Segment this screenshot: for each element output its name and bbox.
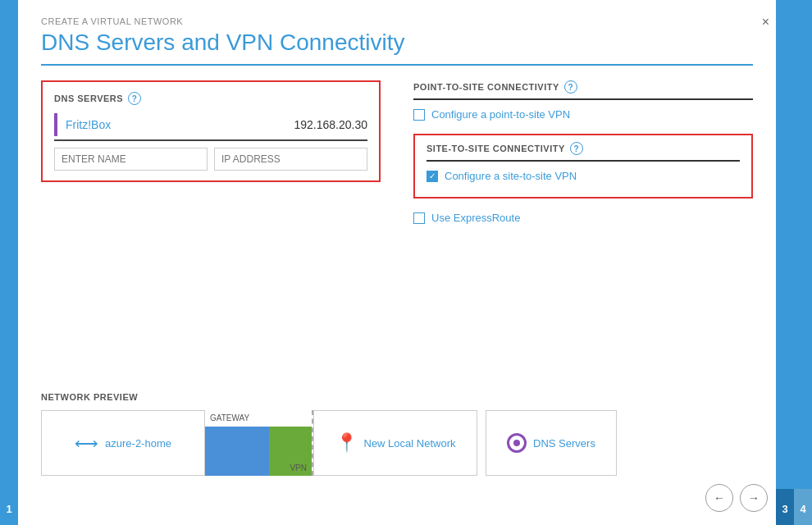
azure-card-name: azure-2-home <box>105 437 171 450</box>
azure-card: ⟷ azure-2-home <box>41 410 205 476</box>
dns-ip-input[interactable] <box>214 148 367 171</box>
dns-servers-box: DNS SERVERS ? Fritz!Box 192.168.20.30 <box>41 80 381 182</box>
dns-marker <box>54 113 57 136</box>
side-number-3: 3 <box>782 503 787 515</box>
dns-servers-preview-card: DNS Servers <box>486 410 617 476</box>
side-number-4: 4 <box>800 503 805 515</box>
dns-servers-preview-name: DNS Servers <box>533 437 595 450</box>
dns-servers-help-icon[interactable]: ? <box>128 92 141 105</box>
preview-cards: ⟷ azure-2-home GATEWAY VPN 📍 New Local N… <box>41 410 753 476</box>
gateway-card: GATEWAY VPN <box>205 410 312 476</box>
express-route-label[interactable]: Use ExpressRoute <box>431 212 520 224</box>
site-to-site-checkbox[interactable] <box>427 171 438 182</box>
site-to-site-checkbox-row: Configure a site-to-site VPN <box>427 170 740 182</box>
side-panel-4: 4 <box>794 489 812 525</box>
network-preview-label: NETWORK PREVIEW <box>41 392 753 402</box>
site-to-site-header: SITE-TO-SITE CONNECTIVITY ? <box>427 142 740 162</box>
gateway-blue <box>205 427 269 476</box>
gateway-label: GATEWAY <box>205 410 254 426</box>
header: CREATE A VIRTUAL NETWORK DNS Servers and… <box>41 0 753 66</box>
express-route-checkbox[interactable] <box>413 212 425 224</box>
site-to-site-section: SITE-TO-SITE CONNECTIVITY ? Configure a … <box>413 134 753 199</box>
location-icon: 📍 <box>335 432 358 454</box>
network-preview-section: NETWORK PREVIEW ⟷ azure-2-home GATEWAY V… <box>41 392 753 525</box>
side-number-1: 1 <box>6 503 11 515</box>
point-to-site-checkbox[interactable] <box>413 109 425 121</box>
local-network-name: New Local Network <box>364 437 456 450</box>
nav-bar: ← → <box>705 484 768 512</box>
vpn-label: VPN <box>290 463 307 472</box>
point-to-site-help-icon[interactable]: ? <box>564 80 577 94</box>
azure-icon: ⟷ <box>75 433 98 453</box>
left-column: DNS SERVERS ? Fritz!Box 192.168.20.30 <box>41 80 381 392</box>
point-to-site-checkbox-row: Configure a point-to-site VPN <box>413 108 753 121</box>
dns-name-input[interactable] <box>54 148 208 171</box>
local-network-card: 📍 New Local Network <box>313 410 477 476</box>
dns-circle-inner <box>513 440 520 446</box>
point-to-site-section: POINT-TO-SITE CONNECTIVITY ? Configure a… <box>413 80 753 121</box>
side-panel-right: 3 4 <box>776 0 812 525</box>
page-title: DNS Servers and VPN Connectivity <box>41 30 753 56</box>
site-to-site-help-icon[interactable]: ? <box>570 142 583 155</box>
breadcrumb: CREATE A VIRTUAL NETWORK <box>41 16 753 26</box>
right-column: POINT-TO-SITE CONNECTIVITY ? Configure a… <box>413 80 753 392</box>
dns-entry-row: Fritz!Box 192.168.20.30 <box>54 113 367 141</box>
side-right-top <box>776 0 812 489</box>
site-to-site-checkbox-label[interactable]: Configure a site-to-site VPN <box>445 170 577 182</box>
side-panel-3: 3 <box>776 489 794 525</box>
dns-circle-icon <box>507 433 527 453</box>
point-to-site-checkbox-label[interactable]: Configure a point-to-site VPN <box>431 108 570 121</box>
content-area: DNS SERVERS ? Fritz!Box 192.168.20.30 <box>41 80 753 392</box>
side-panel-left: 1 <box>0 0 18 525</box>
point-to-site-header: POINT-TO-SITE CONNECTIVITY ? <box>413 80 753 100</box>
site-to-site-box: SITE-TO-SITE CONNECTIVITY ? Configure a … <box>413 134 753 199</box>
close-button[interactable]: × <box>755 11 776 33</box>
express-route-row: Use ExpressRoute <box>413 212 753 224</box>
dns-entry-name: Fritz!Box <box>66 118 294 131</box>
dns-entry-ip: 192.168.20.30 <box>294 118 367 131</box>
forward-button[interactable]: → <box>740 484 768 512</box>
back-button[interactable]: ← <box>705 484 733 512</box>
dns-input-row <box>54 148 367 171</box>
dns-servers-label: DNS SERVERS ? <box>54 92 367 105</box>
main-content: × CREATE A VIRTUAL NETWORK DNS Servers a… <box>18 0 776 525</box>
